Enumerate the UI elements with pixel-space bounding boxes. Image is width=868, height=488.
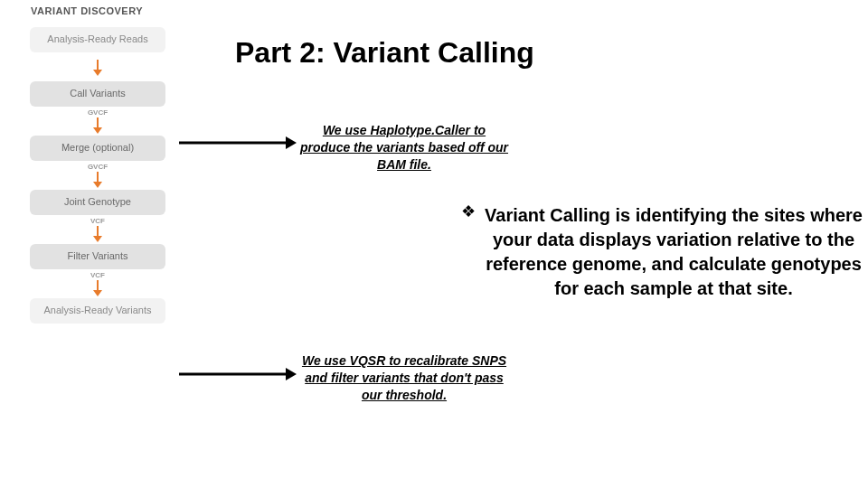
workflow-arrow: VCF xyxy=(90,217,105,242)
workflow-arrow: GVCF xyxy=(88,108,108,134)
svg-marker-1 xyxy=(93,70,102,76)
workflow-step-label: Joint Genotype xyxy=(64,196,131,208)
workflow-step-analysis-ready-variants: Analysis-Ready Variants xyxy=(30,298,165,324)
description-text: Variant Calling is identifying the sites… xyxy=(479,203,868,301)
page-title: Part 2: Variant Calling xyxy=(235,36,534,70)
workflow-arrow-label: GVCF xyxy=(88,163,108,171)
workflow-step-call-variants: Call Variants xyxy=(30,81,165,107)
workflow-step-merge: Merge (optional) xyxy=(30,136,165,161)
connector-arrow-filter-variants xyxy=(179,365,297,383)
diamond-bullet-icon: ❖ xyxy=(461,203,476,221)
svg-marker-11 xyxy=(286,136,297,149)
connector-arrow-call-variants xyxy=(179,134,297,152)
workflow-step-label: Analysis-Ready Reads xyxy=(47,33,147,45)
workflow-column: VARIANT DISCOVERY Analysis-Ready Reads C… xyxy=(25,5,170,324)
svg-marker-5 xyxy=(93,182,102,188)
svg-marker-9 xyxy=(93,290,102,296)
workflow-header: VARIANT DISCOVERY xyxy=(31,5,143,16)
workflow-arrow-label: VCF xyxy=(90,271,105,279)
arrow-down-icon xyxy=(91,226,104,242)
arrow-down-icon xyxy=(91,117,104,134)
workflow-step-label: Analysis-Ready Variants xyxy=(43,305,151,316)
workflow-arrow-label: GVCF xyxy=(88,108,108,117)
svg-marker-13 xyxy=(286,368,297,380)
workflow-step-joint-genotype: Joint Genotype xyxy=(30,190,165,215)
workflow-step-filter-variants: Filter Variants xyxy=(30,244,165,269)
arrow-down-icon xyxy=(91,60,104,76)
workflow-arrow: GVCF xyxy=(88,163,108,188)
arrow-down-icon xyxy=(91,280,104,296)
workflow-step-analysis-ready-reads: Analysis-Ready Reads xyxy=(30,27,165,52)
workflow-step-label: Filter Variants xyxy=(67,250,127,262)
annotation-call-variants: We use Haplotype.Caller to produce the v… xyxy=(300,122,508,174)
svg-marker-3 xyxy=(93,127,102,134)
workflow-arrow xyxy=(91,54,104,80)
arrow-down-icon xyxy=(91,172,104,188)
workflow-arrow: VCF xyxy=(90,271,105,296)
annotation-filter-variants: We use VQSR to recalibrate SNPS and filt… xyxy=(300,352,508,404)
workflow-arrow-label: VCF xyxy=(90,217,105,225)
description-block: ❖ Variant Calling is identifying the sit… xyxy=(461,203,868,301)
svg-marker-7 xyxy=(93,236,102,242)
workflow-step-label: Call Variants xyxy=(70,88,126,99)
workflow-step-label: Merge (optional) xyxy=(61,142,134,154)
